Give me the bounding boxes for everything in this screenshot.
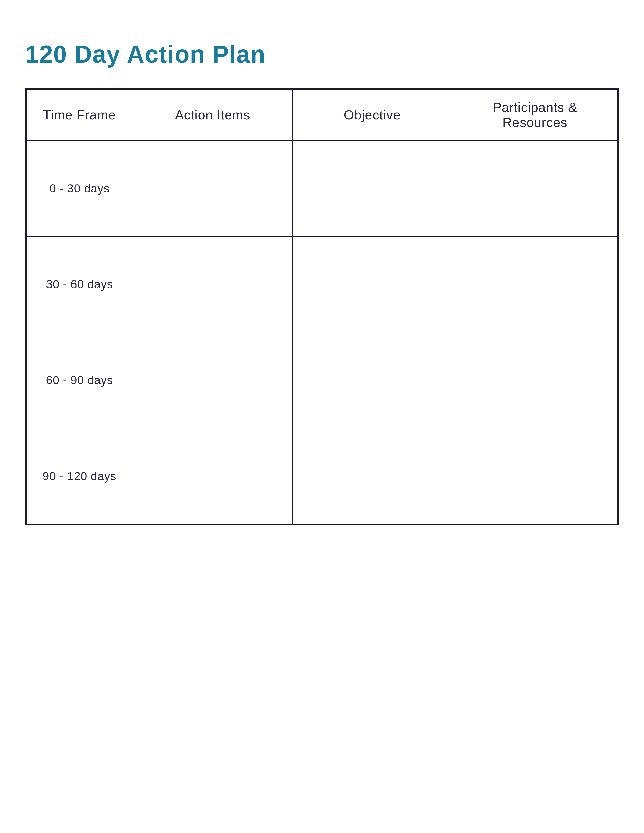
action-items-30-60[interactable] <box>133 236 293 332</box>
timeframe-60-90: 60 - 90 days <box>26 332 133 428</box>
objective-60-90[interactable] <box>293 332 452 428</box>
table-row: 0 - 30 days <box>26 140 618 236</box>
header-action-items: Action Items <box>133 89 293 140</box>
objective-0-30[interactable] <box>293 140 452 236</box>
action-items-60-90[interactable] <box>133 332 293 428</box>
header-objective: Objective <box>293 89 452 140</box>
objective-30-60[interactable] <box>293 236 452 332</box>
participants-60-90[interactable] <box>452 332 618 428</box>
timeframe-90-120: 90 - 120 days <box>26 428 133 524</box>
header-time-frame: Time Frame <box>26 89 133 140</box>
action-plan-table: Time Frame Action Items Objective Partic… <box>25 88 619 525</box>
timeframe-30-60: 30 - 60 days <box>26 236 133 332</box>
objective-90-120[interactable] <box>293 428 452 524</box>
participants-90-120[interactable] <box>452 428 618 524</box>
page-title: 120 Day Action Plan <box>25 40 619 68</box>
header-participants: Participants & Resources <box>452 89 618 140</box>
participants-30-60[interactable] <box>452 236 618 332</box>
table-row: 30 - 60 days <box>26 236 618 332</box>
action-items-0-30[interactable] <box>133 140 293 236</box>
table-header-row: Time Frame Action Items Objective Partic… <box>26 89 618 140</box>
table-row: 90 - 120 days <box>26 428 618 524</box>
table-row: 60 - 90 days <box>26 332 618 428</box>
participants-0-30[interactable] <box>452 140 618 236</box>
action-items-90-120[interactable] <box>133 428 293 524</box>
timeframe-0-30: 0 - 30 days <box>26 140 133 236</box>
